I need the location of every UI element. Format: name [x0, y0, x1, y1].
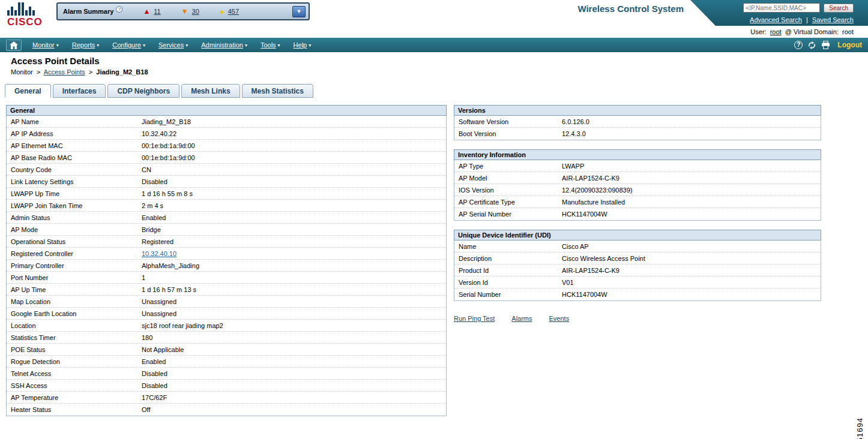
field-label: AP Up Time [11, 286, 142, 293]
refresh-button[interactable] [807, 41, 816, 50]
page-title: Access Point Details [11, 56, 868, 66]
breadcrumb-monitor: Monitor [11, 68, 33, 76]
field-value: Enabled [142, 214, 166, 221]
critical-alarm-indicator: ▲ 11 [143, 7, 160, 16]
field-label: AP Serial Number [459, 211, 562, 218]
table-row: Boot Version12.4.3.0 [454, 128, 821, 140]
tab-interfaces[interactable]: Interfaces [53, 84, 106, 98]
field-value: Not Applicable [142, 346, 184, 353]
field-value: Registered [142, 238, 173, 245]
saved-search-link[interactable]: Saved Search [812, 16, 854, 23]
field-value: 6.0.126.0 [562, 118, 589, 125]
separator: | [806, 16, 808, 23]
events-link[interactable]: Events [549, 315, 570, 322]
table-row: AP ModeBridge [7, 224, 446, 236]
chevron-down-icon: ▾ [309, 43, 311, 48]
tab-general[interactable]: General [5, 84, 51, 98]
table-row: IOS Version12.4(20090323:090839) [454, 184, 821, 196]
info-icon[interactable]: ? [116, 6, 122, 13]
alarm-dropdown-button[interactable]: ▼ [292, 6, 306, 17]
cisco-wordmark: CISCO [7, 17, 49, 27]
chevron-down-icon: ▾ [56, 43, 59, 48]
content-area: General AP NameJiading_M2_B18AP IP Addre… [0, 98, 868, 416]
tab-mesh-statistics[interactable]: Mesh Statistics [242, 84, 313, 98]
nav-item-configure[interactable]: Configure ▾ [112, 41, 145, 49]
search-button[interactable]: Search [824, 4, 854, 13]
major-alarm-count-link[interactable]: 30 [192, 8, 199, 15]
main-nav: Monitor ▾ Reports ▾ Configure ▾ Services… [0, 38, 868, 52]
table-row: Statistics Timer180 [7, 332, 446, 344]
search-input[interactable] [743, 3, 820, 13]
virtual-domain-label: @ Virtual Domain: [785, 28, 839, 35]
field-value: 10.32.40.10 [142, 250, 176, 257]
table-row: AP Base Radio MAC00:1e:bd:1a:9d:00 [7, 152, 446, 164]
nav-item-label: Reports [72, 41, 95, 49]
minor-alarm-count-link[interactable]: 457 [228, 8, 239, 15]
panel-title: Unique Device Identifier (UDI) [454, 230, 821, 240]
user-bar: User: root @ Virtual Domain: root [750, 28, 854, 35]
table-row: SSH AccessDisabled [7, 380, 446, 392]
home-icon [10, 41, 18, 49]
nav-item-monitor[interactable]: Monitor ▾ [32, 41, 59, 49]
alarms-link[interactable]: Alarms [511, 315, 532, 322]
critical-alarm-count-link[interactable]: 11 [154, 8, 160, 15]
page-header: Access Point Details Monitor > Access Po… [0, 52, 868, 76]
logout-button[interactable]: Logout [837, 41, 862, 49]
table-row: AP TypeLWAPP [454, 160, 821, 172]
panel-title: Versions [454, 105, 821, 116]
inventory-panel: Inventory Information AP TypeLWAPPAP Mod… [454, 149, 821, 221]
field-label: AP Mode [11, 226, 142, 233]
top-header: CISCO Alarm Summary ? ▲ 11 ▼ 30 ● 457 ▼ … [0, 0, 868, 38]
user-link[interactable]: root [770, 28, 782, 35]
table-row: Port Number1 [7, 272, 446, 284]
help-button[interactable]: ? [794, 41, 803, 49]
table-row: Heater StatusOff [7, 404, 446, 416]
field-value-link[interactable]: 10.32.40.10 [142, 250, 176, 257]
printer-icon [821, 41, 830, 49]
field-value: 00:1e:bd:1a:9d:00 [142, 154, 195, 161]
field-value: CN [142, 166, 151, 173]
nav-item-label: Help [294, 41, 307, 49]
chevron-down-icon: ▾ [185, 43, 188, 48]
field-label: IOS Version [459, 187, 562, 194]
table-row: Software Version6.0.126.0 [454, 116, 821, 128]
field-label: Description [459, 255, 562, 262]
nav-item-help[interactable]: Help ▾ [294, 41, 312, 49]
field-value: 12.4(20090323:090839) [562, 187, 632, 194]
advanced-search-link[interactable]: Advanced Search [750, 16, 802, 23]
nav-item-reports[interactable]: Reports ▾ [72, 41, 100, 49]
field-label: AP Model [459, 175, 562, 182]
table-row: Link Latency SettingsDisabled [7, 176, 446, 188]
field-value: V01 [562, 279, 574, 286]
home-button[interactable] [6, 40, 22, 51]
udi-table: NameCisco APDescriptionCisco Wireless Ac… [454, 240, 821, 301]
nav-item-administration[interactable]: Administration ▾ [201, 41, 247, 49]
table-row: LWAPP Join Taken Time2 m 4 s [7, 200, 446, 212]
nav-item-services[interactable]: Services ▾ [158, 41, 188, 49]
run-ping-test-link[interactable]: Run Ping Test [454, 315, 495, 322]
field-label: Link Latency Settings [11, 178, 142, 185]
table-row: AP NameJiading_M2_B18 [7, 116, 446, 128]
field-value: LWAPP [562, 163, 584, 170]
wcs-app: CISCO Alarm Summary ? ▲ 11 ▼ 30 ● 457 ▼ … [0, 0, 868, 439]
tab-mesh-links[interactable]: Mesh Links [181, 84, 240, 98]
print-button[interactable] [821, 41, 830, 49]
major-alarm-indicator: ▼ 30 [181, 7, 199, 16]
field-value: Enabled [142, 358, 166, 365]
general-panel: General AP NameJiading_M2_B18AP IP Addre… [6, 105, 447, 416]
field-label: Boot Version [459, 130, 562, 137]
field-value: Unassigned [142, 310, 176, 317]
field-label: Name [459, 243, 562, 250]
table-row: LWAPP Up Time1 d 16 h 55 m 8 s [7, 188, 446, 200]
table-row: Version IdV01 [454, 276, 821, 288]
field-value: HCK1147004W [562, 291, 607, 298]
nav-item-tools[interactable]: Tools ▾ [261, 41, 280, 49]
table-row: AP Up Time1 d 16 h 57 m 13 s [7, 284, 446, 296]
field-label: Product Id [459, 267, 562, 274]
breadcrumb-access-points-link[interactable]: Access Points [44, 68, 85, 76]
tab-cdp-neighbors[interactable]: CDP Neighbors [107, 84, 179, 98]
table-row: DescriptionCisco Wireless Access Point [454, 252, 821, 264]
field-label: AP Temperature [11, 394, 142, 401]
field-value: AIR-LAP1524-C-K9 [562, 175, 619, 182]
table-row: Rogue DetectionEnabled [7, 356, 446, 368]
